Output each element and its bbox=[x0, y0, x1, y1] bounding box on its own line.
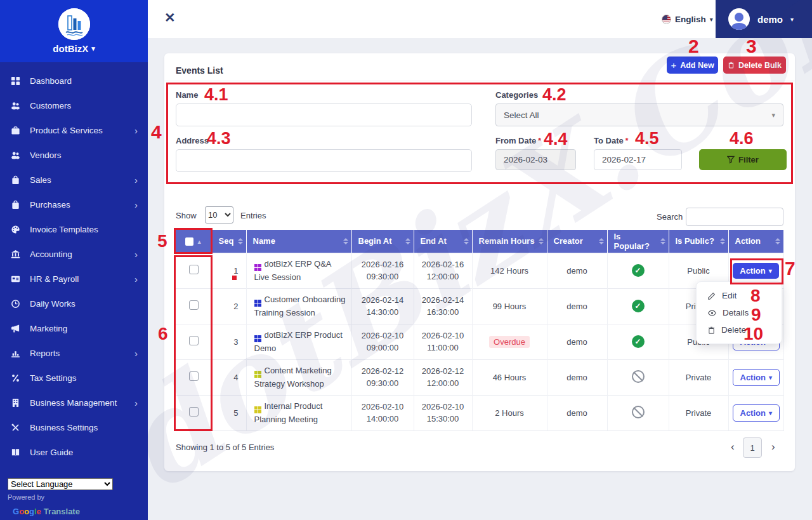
flag-icon bbox=[662, 15, 671, 24]
sidebar-item-invoice-templates[interactable]: Invoice Templates bbox=[0, 217, 148, 242]
sidebar-item-sales[interactable]: Sales › bbox=[0, 168, 148, 192]
header-remain-hours[interactable]: Remain Hours bbox=[472, 230, 547, 253]
action-dropdown-button[interactable]: Action▾ bbox=[733, 263, 778, 279]
select-all-checkbox[interactable] bbox=[185, 237, 193, 246]
language-select[interactable]: Select Language bbox=[8, 478, 113, 490]
language-switcher[interactable]: English ▾ bbox=[662, 0, 713, 38]
from-date-input[interactable] bbox=[495, 149, 576, 170]
sidebar-item-dashboard[interactable]: Dashboard bbox=[0, 69, 148, 93]
categories-selected-value: Select All bbox=[504, 110, 539, 120]
sort-icon[interactable] bbox=[343, 238, 348, 244]
add-new-button[interactable]: + Add New bbox=[667, 57, 718, 74]
not-popular-icon bbox=[632, 370, 645, 383]
sidebar-item-accounting[interactable]: Accounting › bbox=[0, 242, 148, 267]
sidebar-item-product-services[interactable]: Product & Services › bbox=[0, 118, 148, 143]
action-dropdown-menu: Edit Details Delete bbox=[696, 281, 782, 344]
event-name-cell: Customer Onboarding Training Session bbox=[246, 288, 351, 324]
sidebar-item-label: Vendors bbox=[30, 150, 62, 160]
header-is-popular[interactable]: Is Popular? bbox=[607, 230, 669, 253]
percent-icon bbox=[10, 373, 21, 383]
creator-cell: demo bbox=[547, 395, 607, 430]
sidebar-item-business-management[interactable]: Business Management › bbox=[0, 390, 148, 415]
creator-cell: demo bbox=[547, 359, 607, 395]
name-filter-input[interactable] bbox=[176, 103, 472, 126]
is-public-cell: Private bbox=[669, 395, 728, 430]
chevron-down-icon: ▾ bbox=[710, 16, 713, 23]
row-checkbox[interactable] bbox=[189, 371, 199, 381]
brand-switcher[interactable]: dotBizX ▾ bbox=[53, 43, 95, 54]
user-menu[interactable]: demo ▾ bbox=[716, 0, 812, 38]
end-at-cell: 2026-02-1212:00:00 bbox=[414, 359, 472, 395]
sidebar-item-daily-works[interactable]: Daily Works bbox=[0, 291, 148, 316]
header-creator[interactable]: Creator bbox=[547, 230, 607, 253]
sidebar-item-customers[interactable]: Customers bbox=[0, 93, 148, 118]
row-checkbox[interactable] bbox=[189, 300, 199, 310]
to-date-input[interactable] bbox=[594, 149, 682, 170]
trash-icon bbox=[728, 61, 735, 69]
sort-icon[interactable] bbox=[660, 238, 665, 244]
action-cell: Action▾ bbox=[728, 395, 783, 430]
sidebar-toggle-close-icon[interactable]: ✕ bbox=[164, 10, 176, 25]
address-filter-input[interactable] bbox=[176, 149, 472, 172]
sidebar-item-tax-settings[interactable]: Tax Settings bbox=[0, 366, 148, 390]
sidebar-item-label: Invoice Templates bbox=[30, 225, 98, 234]
seq-cell: 2 bbox=[212, 288, 246, 324]
page-size-select[interactable]: 10 bbox=[205, 206, 233, 223]
sidebar-item-hr-payroll[interactable]: HR & Payroll › bbox=[0, 267, 148, 291]
sort-icon[interactable] bbox=[720, 238, 725, 244]
sort-icon[interactable] bbox=[238, 238, 243, 244]
from-date-label: From Date* bbox=[495, 136, 541, 145]
seq-cell: 5 bbox=[212, 395, 246, 430]
sidebar-item-business-settings[interactable]: Business Settings bbox=[0, 415, 148, 440]
header-begin-at[interactable]: Begin At bbox=[351, 230, 414, 253]
categories-select[interactable]: Select All ▾ bbox=[495, 103, 783, 126]
row-checkbox[interactable] bbox=[189, 407, 199, 417]
briefcase-icon bbox=[10, 126, 21, 135]
action-menu-edit[interactable]: Edit bbox=[697, 287, 782, 304]
annotation-4: 4 bbox=[151, 123, 162, 142]
sort-icon[interactable] bbox=[599, 238, 604, 244]
sidebar-item-vendors[interactable]: Vendors bbox=[0, 143, 148, 168]
tools-icon bbox=[10, 423, 21, 432]
sidebar-item-label: Sales bbox=[30, 175, 51, 185]
pagination-prev[interactable]: ‹ bbox=[731, 441, 735, 453]
google-translate-logo[interactable]: GoogleTranslate bbox=[8, 507, 113, 516]
sidebar-item-user-guide[interactable]: User Guide bbox=[0, 440, 148, 465]
sort-icon[interactable] bbox=[539, 238, 544, 244]
creator-cell: demo bbox=[547, 324, 607, 359]
sidebar-item-reports[interactable]: Reports › bbox=[0, 341, 148, 366]
header-name[interactable]: Name bbox=[246, 230, 351, 253]
sidebar-item-label: Product & Services bbox=[30, 126, 103, 135]
filter-button[interactable]: Filter bbox=[699, 149, 787, 170]
chevron-right-icon: › bbox=[134, 200, 138, 210]
delete-bulk-button[interactable]: Delete Bulk bbox=[723, 57, 786, 74]
sidebar-item-purchases[interactable]: Purchases › bbox=[0, 192, 148, 217]
header-action[interactable]: Action bbox=[728, 230, 783, 253]
sidebar-item-marketing[interactable]: Marketing bbox=[0, 316, 148, 341]
row-checkbox[interactable] bbox=[189, 336, 199, 345]
chevron-right-icon: › bbox=[134, 175, 138, 185]
header-seq[interactable]: Seq bbox=[212, 230, 246, 253]
action-dropdown-button[interactable]: Action▾ bbox=[733, 404, 780, 422]
row-checkbox[interactable] bbox=[189, 265, 199, 274]
event-category-icon bbox=[254, 371, 261, 378]
overdue-badge: Overdue bbox=[489, 336, 530, 348]
search-input[interactable] bbox=[686, 208, 783, 226]
pagination-page-1[interactable]: 1 bbox=[743, 437, 762, 458]
eye-icon bbox=[707, 309, 717, 317]
header-is-public[interactable]: Is Public? bbox=[669, 230, 728, 253]
action-dropdown-button[interactable]: Action▾ bbox=[733, 369, 780, 386]
sidebar-item-label: Daily Works bbox=[30, 299, 75, 309]
dotbizx-logo[interactable] bbox=[58, 8, 90, 40]
table-row: 5 Internal Product Planning Meeting 2026… bbox=[176, 395, 783, 430]
sort-icon[interactable] bbox=[775, 238, 780, 244]
header-end-at[interactable]: End At bbox=[414, 230, 472, 253]
pagination-next[interactable]: › bbox=[771, 441, 775, 453]
page-title: Events List bbox=[176, 65, 223, 76]
action-menu-details[interactable]: Details bbox=[697, 304, 782, 321]
sort-icon[interactable] bbox=[405, 238, 410, 244]
select-all-header[interactable]: ▲ bbox=[176, 230, 212, 253]
sort-icon[interactable] bbox=[464, 238, 469, 244]
dropdown-arrow-icon: ▾ bbox=[771, 111, 775, 119]
action-menu-delete[interactable]: Delete bbox=[697, 321, 782, 338]
